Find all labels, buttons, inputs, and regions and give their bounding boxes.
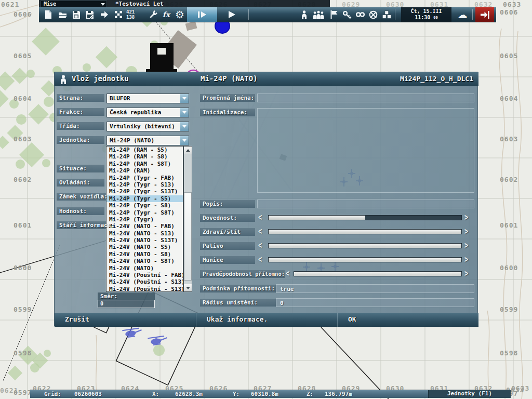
unit-list-item[interactable]: Mi-24V (Pouštní - FAB)	[107, 272, 183, 278]
unit-list-item[interactable]: Mi-24V (NATO - S8)	[107, 251, 183, 258]
exit-editor-button[interactable]	[475, 7, 494, 22]
scroll-down-arrow[interactable]	[184, 284, 192, 291]
unit-list-item[interactable]: Mi-24V (NATO - S13)	[107, 230, 183, 237]
unit-list-item[interactable]: Mi-24V (NATO - S8T)	[107, 258, 183, 264]
side-select[interactable]: BLUFOR	[107, 94, 189, 103]
weather-button[interactable]: ☁	[455, 8, 470, 21]
health-slider[interactable]	[268, 229, 462, 234]
dialog-header[interactable]: Vlož jednotku Mi-24P (NATO) Mi24P_112_O_…	[55, 72, 478, 86]
ok-button[interactable]: OK	[337, 313, 478, 327]
chevron-down-icon[interactable]	[180, 94, 189, 103]
slider-right-arrow[interactable]: >	[464, 225, 471, 238]
unit-list-item[interactable]: Mi-24P (RAM)	[107, 167, 183, 174]
variable-name-input[interactable]	[257, 94, 474, 102]
unit-list-item[interactable]: Mi-24V (Pouštní - S13T)	[107, 286, 183, 292]
unit-list-item[interactable]: Mi-24V (Pouštní - S13)	[107, 278, 183, 285]
preview-play-button[interactable]	[218, 7, 246, 22]
scroll-up-arrow[interactable]	[184, 147, 192, 154]
units-mode-button[interactable]	[297, 8, 311, 21]
placement-radius-input[interactable]: 0	[276, 298, 474, 307]
markers-mode-button[interactable]	[327, 8, 341, 21]
unit-list-scrollbar[interactable]	[183, 146, 192, 292]
unit-list-item[interactable]: Mi-24P (Tygr - S8)	[107, 202, 183, 209]
unit-list-item[interactable]: Mi-24P (Tygr - S13T)	[107, 188, 183, 195]
mode-indicator-units[interactable]: Jednotky (F1)	[428, 390, 511, 398]
unit-list-item[interactable]: Mi-24P (RAM - S8)	[107, 153, 183, 160]
selected-unit-title: Mi-24P (NATO)	[201, 74, 258, 83]
initialization-textarea[interactable]	[257, 108, 474, 193]
skill-label: Dovednost:	[200, 214, 255, 222]
new-mission-button[interactable]	[42, 8, 55, 21]
variable-name-label: Proměnná jména:	[200, 94, 255, 102]
cancel-button[interactable]: Zrušit	[55, 313, 196, 327]
mise-menu-dropdown[interactable]: Mise	[41, 1, 107, 7]
new-file-icon	[44, 10, 52, 19]
chevron-down-icon[interactable]	[180, 136, 189, 145]
unit-list-item[interactable]: Mi-24P (Tygr - S13)	[107, 181, 183, 188]
waypoints-mode-button[interactable]	[340, 8, 354, 21]
save-as-button[interactable]	[84, 8, 97, 21]
merge-button[interactable]	[98, 8, 111, 21]
direction-input[interactable]: 0	[98, 300, 155, 308]
unit-list-item[interactable]: Mi-24V (NATO - S5)	[107, 244, 183, 250]
slider-right-arrow[interactable]: >	[464, 240, 471, 252]
preview-step-button[interactable]	[187, 7, 217, 22]
description-input[interactable]	[257, 200, 474, 208]
probability-slider[interactable]	[294, 271, 462, 276]
tools-button[interactable]	[146, 8, 159, 21]
chevron-down-icon	[101, 3, 105, 6]
unit-list-item[interactable]: Mi-24V (NATO - S13T)	[107, 237, 183, 244]
unit-dropdown-list[interactable]: Mi-24P (RAM - S5)Mi-24P (RAM - S8)Mi-24P…	[106, 146, 183, 292]
unit-list-item[interactable]: Mi-24P (Tygr - S8T)	[107, 209, 183, 216]
trigger-circle-x-icon	[368, 10, 378, 20]
chevron-down-icon[interactable]	[180, 108, 189, 117]
vehicle-lock-label: Zámek vozidla:	[57, 193, 106, 201]
center-view-button[interactable]	[112, 8, 125, 21]
unit-list-item[interactable]: Mi-24V (NATO)	[107, 265, 183, 272]
slider-left-arrow[interactable]: <	[258, 211, 265, 224]
faction-select[interactable]: Česká republika	[107, 108, 189, 117]
slider-left-arrow[interactable]: <	[258, 225, 265, 238]
person-icon	[60, 75, 67, 84]
skill-slider[interactable]	[268, 215, 462, 220]
quincunx-squares-icon	[114, 10, 123, 19]
unit-list-item[interactable]: Mi-24P (Tygr - FAB)	[107, 175, 183, 181]
control-label: Ovládání:	[57, 179, 104, 187]
settings-button[interactable]: ⚙	[173, 8, 187, 21]
triggers-mode-button[interactable]	[366, 8, 380, 21]
slider-right-arrow[interactable]: >	[464, 268, 471, 280]
slider-left-arrow[interactable]: <	[258, 254, 265, 266]
toolbar-divider	[248, 9, 249, 20]
open-mission-button[interactable]	[56, 8, 69, 21]
probability-label: Pravděpodobnost přítomno:	[200, 270, 285, 278]
object-counter: 421138	[126, 9, 145, 20]
toolbar-divider	[472, 9, 473, 20]
synchronize-mode-button[interactable]	[353, 8, 367, 21]
save-button[interactable]	[70, 8, 83, 21]
scrollbar-thumb[interactable]	[184, 192, 192, 281]
unit-select[interactable]: Mi-24P (NATO)	[107, 136, 189, 145]
scripts-button[interactable]: fx	[159, 8, 173, 21]
mission-datetime-button[interactable]: Čt, 15.III 11:30 00	[401, 7, 451, 22]
slider-left-arrow[interactable]: <	[286, 268, 292, 280]
ammo-slider[interactable]	[268, 257, 462, 262]
fuel-slider[interactable]	[268, 243, 462, 248]
unit-list-item[interactable]: Mi-24P (RAM - S5)	[107, 147, 183, 153]
chevron-down-icon[interactable]	[180, 122, 189, 131]
dialog-footer: Zrušit Ukaž informace. OK	[55, 313, 478, 327]
x-value: 62628.3m	[175, 391, 203, 397]
modules-mode-button[interactable]	[380, 8, 393, 21]
unit-list-item[interactable]: Mi-24P (RAM - S8T)	[107, 161, 183, 167]
presence-condition-input[interactable]: true	[276, 284, 474, 293]
unit-list-item[interactable]: Mi-24V (NATO - FAB)	[107, 223, 183, 230]
slider-left-arrow[interactable]: <	[258, 240, 265, 252]
dialog-title: Vlož jednotku	[72, 74, 129, 83]
slider-right-arrow[interactable]: >	[464, 254, 471, 266]
slider-right-arrow[interactable]: >	[464, 211, 471, 224]
class-label: Třída:	[57, 122, 104, 130]
unit-list-item[interactable]: Mi-24P (Tygr - S5)	[107, 195, 183, 202]
class-select[interactable]: Vrtulníky (bitevní)	[107, 122, 189, 131]
show-info-button[interactable]: Ukaž informace.	[196, 313, 337, 327]
groups-mode-button[interactable]	[310, 8, 327, 21]
unit-list-item[interactable]: Mi-24P (Tygr)	[107, 216, 183, 223]
